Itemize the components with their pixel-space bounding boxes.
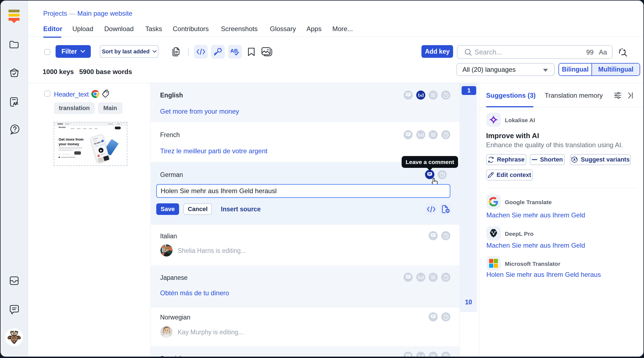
svg-text:AB: AB bbox=[230, 48, 238, 54]
